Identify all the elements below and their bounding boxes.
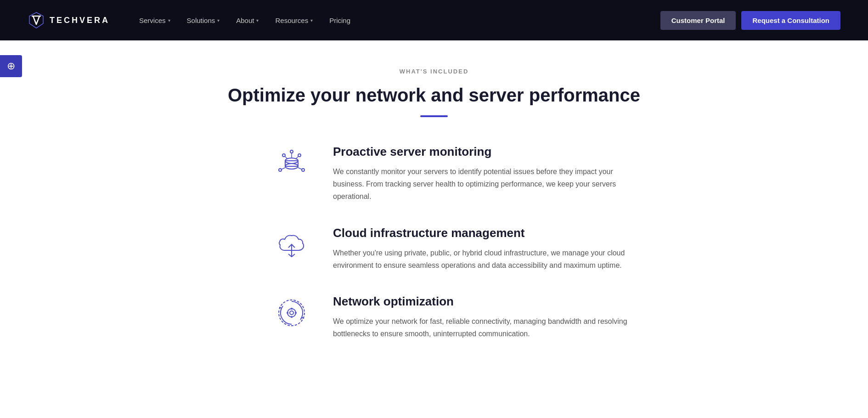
svg-point-11: [302, 169, 304, 171]
svg-line-10: [281, 168, 285, 169]
feature-text: Proactive server monitoring We constantl…: [333, 145, 641, 203]
features-list: Proactive server monitoring We constantl…: [227, 145, 641, 340]
server-monitoring-icon: [273, 145, 310, 181]
accessibility-button[interactable]: ⊕: [0, 55, 22, 77]
svg-line-6: [285, 156, 287, 159]
nav-item-resources[interactable]: Resources ▾: [268, 13, 320, 28]
feature-text: Cloud infrastructure management Whether …: [333, 226, 641, 271]
svg-point-3: [290, 150, 293, 153]
svg-rect-20: [287, 312, 288, 314]
cloud-infrastructure-icon: [273, 226, 310, 263]
feature-text: Network optimization We optimize your ne…: [333, 294, 641, 340]
customer-portal-button[interactable]: Customer Portal: [660, 11, 736, 30]
chevron-down-icon: ▾: [217, 18, 220, 23]
feature-description: We optimize your network for fast, relia…: [333, 315, 641, 340]
svg-point-15: [279, 300, 304, 326]
navigation: TECHVERA Services ▾ Solutions ▾ About ▾ …: [0, 0, 868, 40]
nav-item-pricing[interactable]: Pricing: [322, 13, 358, 28]
nav-cta: Customer Portal Request a Consultation: [660, 11, 840, 30]
nav-links: Services ▾ Solutions ▾ About ▾ Resources…: [132, 13, 660, 28]
logo[interactable]: TECHVERA: [28, 11, 110, 29]
section-label: WHAT'S INCLUDED: [92, 68, 776, 75]
section-title: Optimize your network and server perform…: [92, 84, 776, 106]
logo-text: TECHVERA: [50, 16, 110, 25]
nav-item-services[interactable]: Services ▾: [132, 13, 178, 28]
feature-description: Whether you're using private, public, or…: [333, 247, 641, 271]
svg-point-17: [290, 311, 293, 315]
request-consultation-button[interactable]: Request a Consultation: [741, 11, 840, 30]
svg-rect-21: [295, 312, 297, 314]
svg-line-12: [298, 168, 302, 169]
accessibility-icon: ⊕: [7, 60, 15, 72]
feature-description: We constantly monitor your servers to id…: [333, 165, 641, 203]
svg-point-16: [287, 309, 296, 317]
feature-item: Cloud infrastructure management Whether …: [273, 226, 641, 271]
feature-item: Proactive server monitoring We constantl…: [273, 145, 641, 203]
main-content: WHAT'S INCLUDED Optimize your network an…: [0, 40, 868, 377]
nav-item-about[interactable]: About ▾: [229, 13, 266, 28]
svg-rect-18: [291, 308, 293, 310]
feature-item: Network optimization We optimize your ne…: [273, 294, 641, 340]
chevron-down-icon: ▾: [256, 18, 259, 23]
svg-line-8: [296, 156, 299, 159]
svg-point-9: [279, 169, 282, 171]
feature-title: Network optimization: [333, 294, 641, 309]
title-divider: [420, 115, 448, 117]
network-optimization-icon: [273, 294, 310, 331]
feature-title: Cloud infrastructure management: [333, 226, 641, 240]
feature-title: Proactive server monitoring: [333, 145, 641, 159]
chevron-down-icon: ▾: [310, 18, 313, 23]
svg-rect-19: [291, 316, 293, 318]
nav-item-solutions[interactable]: Solutions ▾: [180, 13, 227, 28]
chevron-down-icon: ▾: [168, 18, 170, 23]
